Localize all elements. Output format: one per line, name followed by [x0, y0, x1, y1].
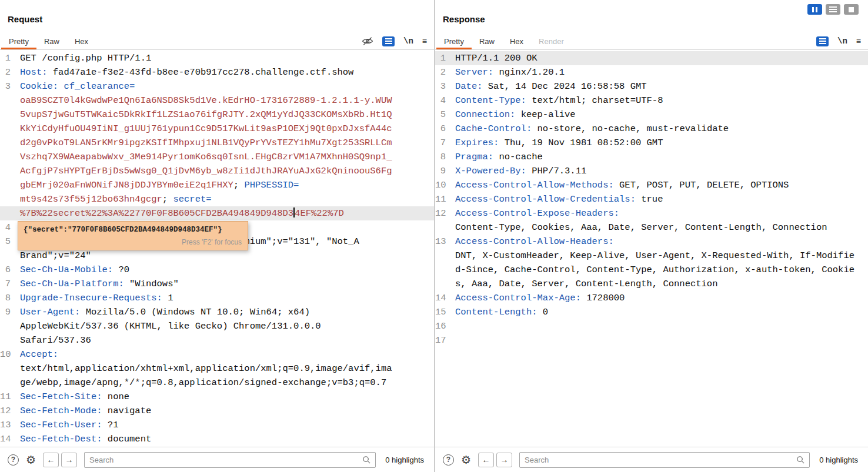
- soft-wrap-icon[interactable]: [816, 36, 829, 46]
- code-row[interactable]: 16: [435, 319, 868, 333]
- code-row[interactable]: 5Connection: keep-alive: [435, 108, 868, 122]
- code-row[interactable]: 3Date: Sat, 14 Dec 2024 16:58:58 GMT: [435, 79, 868, 93]
- code-row[interactable]: 13Access-Control-Allow-Headers:: [435, 235, 868, 249]
- code-row[interactable]: %7B%22secret%22%3A%22770F0F8B605CFD2BA49…: [0, 206, 434, 220]
- code-row[interactable]: 6Cache-Control: no-store, no-cache, must…: [435, 122, 868, 136]
- layout-menu-button[interactable]: [826, 4, 840, 15]
- code-text[interactable]: %7B%22secret%22%3A%22770F0F8B605CFD2BA49…: [14, 206, 344, 220]
- next-match-button[interactable]: →: [61, 453, 77, 467]
- code-text[interactable]: Brand";v="24": [14, 249, 91, 263]
- request-search-input[interactable]: [84, 452, 376, 468]
- code-text[interactable]: Access-Control-Allow-Headers:: [449, 235, 614, 249]
- code-text[interactable]: X-Powered-By: PHP/7.3.11: [449, 164, 586, 178]
- hide-eye-icon[interactable]: [362, 36, 373, 46]
- gear-icon[interactable]: ⚙: [461, 454, 471, 466]
- code-row[interactable]: 7Sec-Ch-Ua-Platform: "Windows": [0, 277, 434, 291]
- code-row[interactable]: 10Accept:: [0, 347, 434, 361]
- code-row[interactable]: KkYiCdyHfuOU49IiNI_g1UUj761ypun1Cc9D517K…: [0, 122, 434, 136]
- code-row[interactable]: oaB9SCZT0l4kGwdwPe1Qn6Ia6NSD8Sk5d1Ve.kEd…: [0, 93, 434, 108]
- gear-icon[interactable]: ⚙: [26, 454, 36, 466]
- code-text[interactable]: Access-Control-Allow-Methods: GET, POST,…: [449, 178, 789, 192]
- code-text[interactable]: [449, 333, 455, 347]
- request-tab-hex[interactable]: Hex: [67, 33, 96, 49]
- next-match-button[interactable]: →: [496, 453, 512, 467]
- code-text[interactable]: 5vupS7jwGuT5TWKaic5DkRkIf1LZS1ao76ifgRJT…: [14, 108, 392, 122]
- code-row[interactable]: 1HTTP/1.1 200 OK: [435, 51, 868, 65]
- code-row[interactable]: 17: [435, 333, 868, 347]
- code-text[interactable]: Upgrade-Insecure-Requests: 1: [14, 291, 173, 305]
- prev-match-button[interactable]: ←: [478, 453, 494, 467]
- editor-menu-icon[interactable]: ≡: [422, 36, 427, 46]
- code-text[interactable]: ge/webp,image/apng,*/*;q=0.8,application…: [14, 376, 386, 390]
- code-text[interactable]: Content-Type: text/html; charset=UTF-8: [449, 93, 663, 108]
- code-text[interactable]: Accept:: [14, 347, 58, 361]
- code-row[interactable]: 6Sec-Ch-Ua-Mobile: ?0: [0, 263, 434, 277]
- code-text[interactable]: s, Aaa, Date, Server, Content-Length, Co…: [449, 277, 717, 291]
- code-text[interactable]: Host: fad47a1e-f3e2-43fd-b8ee-e70b917cc2…: [14, 65, 353, 79]
- code-row[interactable]: d-Since, Cache-Control, Content-Type, Au…: [435, 263, 868, 277]
- code-text[interactable]: Content-Length: 0: [449, 305, 548, 319]
- code-text[interactable]: d2g0vPkoT9LAN5rKMr9ipgzKSIfIMhpxuj1NLB1V…: [14, 136, 392, 150]
- pause-intercept-button[interactable]: [807, 4, 822, 15]
- code-text[interactable]: Content-Type, Cookies, Aaa, Date, Server…: [449, 220, 827, 235]
- code-row[interactable]: AppleWebKit/537.36 (KHTML, like Gecko) C…: [0, 319, 434, 333]
- code-row[interactable]: 5vupS7jwGuT5TWKaic5DkRkIf1LZS1ao76ifgRJT…: [0, 108, 434, 122]
- code-text[interactable]: AcfgjP7sHYPTgErBjDs5wWsg0_Q1jDvM6yb_w8zI…: [14, 164, 392, 178]
- code-text[interactable]: Sec-Ch-Ua-Mobile: ?0: [14, 263, 129, 277]
- code-row[interactable]: 12Sec-Fetch-Mode: navigate: [0, 404, 434, 418]
- code-text[interactable]: Access-Control-Expose-Headers:: [449, 206, 619, 220]
- code-row[interactable]: 11Access-Control-Allow-Credentials: true: [435, 192, 868, 206]
- help-icon[interactable]: ?: [8, 454, 19, 466]
- code-row[interactable]: 14Access-Control-Max-Age: 1728000: [435, 291, 868, 305]
- code-text[interactable]: Cookie: cf_clearance=: [14, 79, 135, 93]
- request-tab-raw[interactable]: Raw: [36, 33, 67, 49]
- code-row[interactable]: 9User-Agent: Mozilla/5.0 (Windows NT 10.…: [0, 305, 434, 319]
- code-row[interactable]: 2Server: nginx/1.20.1: [435, 65, 868, 79]
- code-text[interactable]: DNT, X-CustomHeader, Keep-Alive, User-Ag…: [449, 249, 854, 263]
- code-row[interactable]: 13Sec-Fetch-User: ?1: [0, 418, 434, 432]
- code-text[interactable]: HTTP/1.1 200 OK: [449, 51, 538, 65]
- response-tab-hex[interactable]: Hex: [502, 33, 531, 49]
- code-row[interactable]: 2Host: fad47a1e-f3e2-43fd-b8ee-e70b917cc…: [0, 65, 434, 79]
- code-row[interactable]: 8Upgrade-Insecure-Requests: 1: [0, 291, 434, 305]
- code-text[interactable]: Date: Sat, 14 Dec 2024 16:58:58 GMT: [449, 79, 647, 93]
- response-tab-render[interactable]: Render: [531, 33, 572, 49]
- code-row[interactable]: 4Content-Type: text/html; charset=UTF-8: [435, 93, 868, 108]
- code-text[interactable]: Sec-Ch-Ua-Platform: "Windows": [14, 277, 179, 291]
- response-tab-pretty[interactable]: Pretty: [436, 33, 472, 49]
- code-text[interactable]: AppleWebKit/537.36 (KHTML, like Gecko) C…: [14, 319, 321, 333]
- code-text[interactable]: d-Since, Cache-Control, Content-Type, Au…: [449, 263, 854, 277]
- help-icon[interactable]: ?: [443, 454, 454, 466]
- code-text[interactable]: Access-Control-Allow-Credentials: true: [449, 192, 663, 206]
- code-row[interactable]: 8Pragma: no-cache: [435, 150, 868, 164]
- code-text[interactable]: Sec-Fetch-Site: none: [14, 390, 129, 404]
- code-text[interactable]: Connection: keep-alive: [449, 108, 576, 122]
- code-row[interactable]: 14Sec-Fetch-Dest: document: [0, 432, 434, 446]
- code-row[interactable]: 1GET /config.php HTTP/1.1: [0, 51, 434, 65]
- code-row[interactable]: mt9s42s73f55j12bo63hn4gcgr; secret=: [0, 192, 434, 206]
- response-search-input[interactable]: [519, 452, 810, 468]
- code-row[interactable]: 3Cookie: cf_clearance=: [0, 79, 434, 93]
- code-row[interactable]: Safari/537.36: [0, 333, 434, 347]
- code-row[interactable]: AcfgjP7sHYPTgErBjDs5wWsg0_Q1jDvM6yb_w8zI…: [0, 164, 434, 178]
- code-text[interactable]: KkYiCdyHfuOU49IiNI_g1UUj761ypun1Cc9D517K…: [14, 122, 392, 136]
- prev-match-button[interactable]: ←: [43, 453, 59, 467]
- code-row[interactable]: DNT, X-CustomHeader, Keep-Alive, User-Ag…: [435, 249, 868, 263]
- code-text[interactable]: gbEMrj020aFnWONifJN8jDDJYBYm0eiE2q1FHXY;…: [14, 178, 299, 192]
- code-row[interactable]: gbEMrj020aFnWONifJN8jDDJYBYm0eiE2q1FHXY;…: [0, 178, 434, 192]
- code-text[interactable]: Cache-Control: no-store, no-cache, must-…: [449, 122, 729, 136]
- code-text[interactable]: User-Agent: Mozilla/5.0 (Windows NT 10.0…: [14, 305, 310, 319]
- request-tab-pretty[interactable]: Pretty: [1, 33, 36, 49]
- code-row[interactable]: Vszhq7X9WAeapabwWxv_3Me914Pyr1omKo6sq0Is…: [0, 150, 434, 164]
- newline-toggle-icon[interactable]: \n: [837, 36, 847, 46]
- soft-wrap-icon[interactable]: [382, 36, 395, 46]
- code-row[interactable]: s, Aaa, Date, Server, Content-Length, Co…: [435, 277, 868, 291]
- code-row[interactable]: Content-Type, Cookies, Aaa, Date, Server…: [435, 220, 868, 235]
- code-text[interactable]: Server: nginx/1.20.1: [449, 65, 565, 79]
- code-text[interactable]: Sec-Fetch-Mode: navigate: [14, 404, 151, 418]
- code-text[interactable]: Sec-Fetch-Dest: document: [14, 432, 151, 446]
- code-row[interactable]: 15Content-Length: 0: [435, 305, 868, 319]
- code-text[interactable]: text/html,application/xhtml+xml,applicat…: [14, 361, 392, 376]
- code-row[interactable]: 9X-Powered-By: PHP/7.3.11: [435, 164, 868, 178]
- response-tab-raw[interactable]: Raw: [472, 33, 502, 49]
